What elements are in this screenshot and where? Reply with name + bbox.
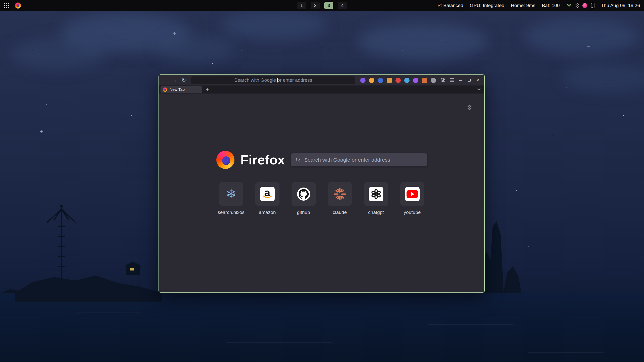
shortcut-label: claude <box>333 210 347 215</box>
newtab-search-bar[interactable] <box>291 153 427 166</box>
shortcut-label: youtube <box>404 210 421 215</box>
workspace-4-button[interactable]: 4 <box>338 2 347 9</box>
extension-icon[interactable] <box>422 78 427 83</box>
shortcut-claude[interactable]: claude <box>328 182 352 215</box>
topbar-left <box>0 3 21 9</box>
tab-bar: New Tab + <box>159 85 484 94</box>
search-icon <box>296 157 301 163</box>
new-tab-page: ⚙ Firefox ❄ search.nixos <box>159 94 484 292</box>
new-tab-button[interactable]: + <box>204 86 211 93</box>
workspace-2-button[interactable]: 2 <box>311 2 320 9</box>
battery-status: Bat: 100 <box>542 3 560 8</box>
claude-tile <box>328 182 352 206</box>
reload-button[interactable]: ↻ <box>180 76 188 84</box>
extensions-puzzle-icon[interactable] <box>439 76 447 84</box>
youtube-icon <box>405 187 420 201</box>
github-tile <box>292 182 316 206</box>
app-launcher-icon[interactable] <box>4 3 9 8</box>
newtab-hero: Firefox <box>159 151 484 169</box>
extension-icon[interactable] <box>404 78 410 83</box>
extension-toolbar <box>359 78 437 83</box>
workspace-switcher: 1 2 3 4 <box>297 2 347 9</box>
shortcut-chatgpt[interactable]: chatgpt <box>364 182 388 215</box>
back-button[interactable]: ← <box>162 76 170 84</box>
shortcut-tiles: ❄ search.nixos a amazon <box>159 182 484 215</box>
claude-starburst-icon <box>333 188 346 201</box>
firefox-window: ← → ↻ – × <box>158 74 485 293</box>
amazon-smile <box>263 195 272 199</box>
extension-icon[interactable] <box>360 78 366 83</box>
wifi-icon[interactable] <box>566 3 572 8</box>
firefox-wordmark: Firefox <box>240 152 285 167</box>
extension-icon[interactable] <box>395 78 401 83</box>
play-triangle-icon <box>411 192 414 196</box>
forward-button[interactable]: → <box>171 76 179 84</box>
newtab-search-input[interactable] <box>304 157 422 163</box>
firefox-favicon <box>163 87 167 92</box>
amazon-icon: a <box>260 187 275 201</box>
youtube-play-button <box>407 190 418 198</box>
nixos-snowflake-icon: ❄ <box>226 188 236 200</box>
extension-icon[interactable] <box>387 78 392 83</box>
github-octocat-icon <box>297 188 310 201</box>
firefox-logo <box>216 151 234 169</box>
shortcut-search-nixos[interactable]: ❄ search.nixos <box>219 182 243 215</box>
tab-new-tab[interactable]: New Tab <box>160 86 202 93</box>
workspace-1-button[interactable]: 1 <box>297 2 306 9</box>
shortcut-label: github <box>297 210 310 215</box>
amazon-tile: a <box>255 182 279 206</box>
extension-icon[interactable] <box>413 78 418 83</box>
top-bar: 1 2 3 4 P: Balanced GPU: Integrated Home… <box>0 0 644 11</box>
topbar-status-modules: P: Balanced GPU: Integrated Home: 9ms Ba… <box>437 3 644 8</box>
workspace-3-button[interactable]: 3 <box>324 2 333 9</box>
nixos-tile: ❄ <box>219 182 243 206</box>
phone-icon[interactable] <box>591 3 594 8</box>
youtube-tile <box>400 182 424 206</box>
url-input[interactable] <box>191 76 355 84</box>
tab-list-chevron-icon[interactable] <box>475 87 483 92</box>
close-button[interactable]: × <box>474 77 481 84</box>
shortcut-label: amazon <box>259 210 276 215</box>
chatgpt-icon <box>369 187 383 201</box>
maximize-button[interactable] <box>466 77 473 84</box>
url-bar[interactable] <box>191 76 355 84</box>
hamburger-icon <box>450 78 454 82</box>
chatgpt-tile <box>364 182 388 206</box>
tab-title: New Tab <box>170 87 185 92</box>
menu-button[interactable] <box>448 76 456 84</box>
shortcut-github[interactable]: github <box>292 182 316 215</box>
power-profile-status: P: Balanced <box>437 3 463 8</box>
clock: Thu Aug 08, 18:26 <box>601 3 640 8</box>
network-latency-status: Home: 9ms <box>511 3 535 8</box>
shortcut-youtube[interactable]: youtube <box>400 182 424 215</box>
bluetooth-icon[interactable] <box>575 3 579 8</box>
shortcut-amazon[interactable]: a amazon <box>255 182 279 215</box>
personalize-gear-icon[interactable]: ⚙ <box>467 104 472 111</box>
extension-icon[interactable] <box>431 78 436 83</box>
extension-icon[interactable] <box>378 78 383 83</box>
navigation-toolbar: ← → ↻ – × <box>159 75 484 85</box>
topbar-tray-icons <box>566 3 594 8</box>
shortcut-label: chatgpt <box>368 210 384 215</box>
shortcut-label: search.nixos <box>218 210 245 215</box>
minimize-button[interactable]: – <box>457 77 464 84</box>
text-caret <box>277 78 278 82</box>
media-tray-icon[interactable] <box>582 3 587 8</box>
gpu-status: GPU: Integrated <box>470 3 504 8</box>
firefox-launcher-icon[interactable] <box>15 3 21 9</box>
extension-icon[interactable] <box>369 78 374 83</box>
